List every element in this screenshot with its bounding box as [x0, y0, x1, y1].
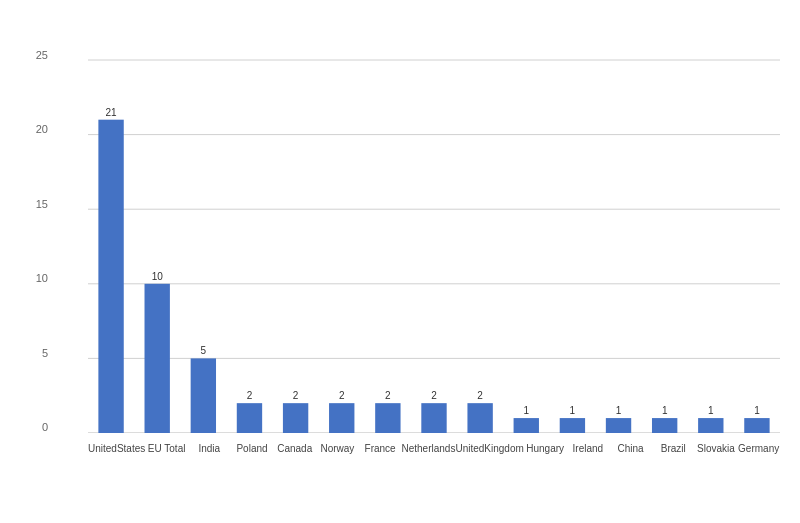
svg-rect-28	[606, 418, 631, 433]
svg-text:2: 2	[293, 390, 299, 401]
svg-text:1: 1	[570, 405, 576, 416]
svg-rect-34	[744, 418, 769, 433]
y-axis: 25 20 15 10 5 0	[10, 50, 48, 433]
svg-text:2: 2	[339, 390, 345, 401]
svg-rect-12	[237, 403, 262, 433]
svg-text:2: 2	[247, 390, 253, 401]
x-label-netherlands: Netherlands	[401, 436, 455, 518]
x-label-united-kingdom: UnitedKingdom	[455, 436, 523, 518]
chart-container: 21105222222111111 25 20 15 10 5 0 United…	[0, 0, 800, 523]
svg-rect-8	[145, 284, 170, 433]
svg-rect-22	[467, 403, 492, 433]
svg-rect-10	[191, 358, 216, 433]
x-label-ireland: Ireland	[566, 436, 609, 518]
x-label-norway: Norway	[316, 436, 359, 518]
svg-text:1: 1	[662, 405, 668, 416]
svg-text:2: 2	[431, 390, 437, 401]
svg-rect-26	[560, 418, 585, 433]
y-tick-10: 10	[36, 273, 48, 284]
x-label-brazil: Brazil	[652, 436, 695, 518]
x-label-hungary: Hungary	[524, 436, 567, 518]
x-labels: UnitedStatesEU TotalIndiaPolandCanadaNor…	[88, 436, 780, 518]
x-label-eu-total: EU Total	[145, 436, 188, 518]
x-label-united-states: UnitedStates	[88, 436, 145, 518]
svg-rect-30	[652, 418, 677, 433]
chart-title	[0, 0, 800, 26]
svg-rect-20	[421, 403, 446, 433]
svg-text:21: 21	[106, 107, 118, 118]
x-label-germany: Germany	[737, 436, 780, 518]
svg-text:1: 1	[708, 405, 714, 416]
svg-rect-24	[514, 418, 539, 433]
svg-text:1: 1	[616, 405, 622, 416]
svg-rect-16	[329, 403, 354, 433]
svg-text:2: 2	[385, 390, 391, 401]
y-tick-0: 0	[42, 422, 48, 433]
svg-rect-32	[698, 418, 723, 433]
x-label-slovakia: Slovakia	[695, 436, 738, 518]
y-tick-25: 25	[36, 50, 48, 61]
y-tick-5: 5	[42, 348, 48, 359]
svg-text:2: 2	[477, 390, 483, 401]
svg-text:5: 5	[201, 345, 207, 356]
x-label-india: India	[188, 436, 231, 518]
svg-rect-18	[375, 403, 400, 433]
y-tick-15: 15	[36, 199, 48, 210]
y-tick-20: 20	[36, 124, 48, 135]
x-label-france: France	[359, 436, 402, 518]
x-label-china: China	[609, 436, 652, 518]
chart-svg: 21105222222111111	[88, 50, 780, 433]
svg-rect-14	[283, 403, 308, 433]
svg-text:10: 10	[152, 271, 164, 282]
svg-text:1: 1	[523, 405, 529, 416]
svg-text:1: 1	[754, 405, 760, 416]
x-label-poland: Poland	[231, 436, 274, 518]
svg-rect-6	[98, 120, 123, 433]
x-label-canada: Canada	[273, 436, 316, 518]
